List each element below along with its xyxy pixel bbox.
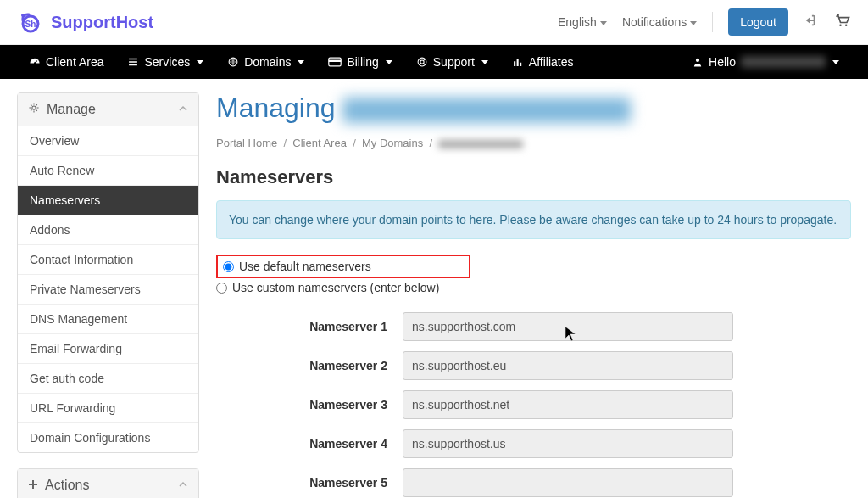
- breadcrumb-home[interactable]: Portal Home: [216, 137, 277, 149]
- svg-point-3: [839, 24, 842, 26]
- section-title: Nameservers: [216, 166, 851, 188]
- breadcrumb-domains[interactable]: My Domains: [362, 137, 423, 149]
- ns3-label: Nameserver 3: [216, 398, 403, 411]
- ns4-input[interactable]: [403, 429, 733, 458]
- main-layout: Manage Overview Auto Renew Nameservers A…: [0, 79, 868, 498]
- sidebar-item-addons[interactable]: Addons: [18, 215, 198, 245]
- nav-affiliates[interactable]: Affiliates: [500, 45, 586, 79]
- chevron-down-icon: [832, 60, 839, 64]
- main-navbar: Client Area Services Domains Billing Sup…: [0, 45, 868, 79]
- svg-point-4: [845, 24, 848, 26]
- language-toggle[interactable]: English: [558, 15, 607, 29]
- divider: [712, 12, 713, 32]
- nav-label: Domains: [244, 55, 291, 69]
- radio-default-label: Use default nameservers: [239, 260, 371, 273]
- ns1-label: Nameserver 1: [216, 320, 403, 333]
- chevron-up-icon: [178, 102, 188, 117]
- chevron-down-icon: [690, 21, 697, 25]
- brand-logo[interactable]: Sh SupportHost: [17, 8, 153, 36]
- sidebar-item-dns-mgmt[interactable]: DNS Management: [18, 305, 198, 334]
- ns5-row: Nameserver 5: [216, 468, 851, 497]
- username-redacted: [741, 56, 826, 68]
- title-prefix: Managing: [216, 92, 342, 123]
- chevron-down-icon: [600, 21, 607, 25]
- ns1-row: Nameserver 1: [216, 312, 851, 341]
- chevron-down-icon: [481, 60, 488, 64]
- ns1-input[interactable]: [403, 312, 733, 341]
- sidebar-item-private-ns[interactable]: Private Nameservers: [18, 275, 198, 305]
- manage-panel: Manage Overview Auto Renew Nameservers A…: [17, 92, 199, 453]
- gear-icon: [28, 102, 40, 117]
- ns4-label: Nameserver 4: [216, 437, 403, 450]
- radio-default-nameservers[interactable]: Use default nameservers: [216, 255, 470, 278]
- nav-user-menu[interactable]: Hello: [680, 55, 851, 69]
- ns3-input[interactable]: [403, 390, 733, 419]
- sidebar: Manage Overview Auto Renew Nameservers A…: [17, 92, 199, 498]
- sidebar-item-auto-renew[interactable]: Auto Renew: [18, 156, 198, 186]
- svg-point-1: [21, 14, 25, 17]
- dashboard-icon: [29, 56, 41, 68]
- nav-label: Billing: [347, 55, 378, 69]
- nav-label: Support: [433, 55, 475, 69]
- notifications-label: Notifications: [622, 15, 687, 29]
- top-header: Sh SupportHost English Notifications Log…: [0, 0, 868, 45]
- sidebar-item-overview[interactable]: Overview: [18, 126, 198, 156]
- ns5-input[interactable]: [403, 468, 733, 497]
- ns5-label: Nameserver 5: [216, 476, 403, 490]
- cart-icon[interactable]: [834, 12, 851, 33]
- chevron-down-icon: [197, 60, 203, 64]
- chart-bar-icon: [512, 56, 524, 68]
- page-title: Managing: [216, 92, 851, 124]
- ns4-row: Nameserver 4: [216, 429, 851, 458]
- plus-icon: [28, 478, 38, 493]
- language-label: English: [558, 15, 597, 29]
- user-icon: [692, 56, 704, 68]
- actions-panel-heading[interactable]: Actions: [18, 469, 198, 498]
- credit-card-icon: [328, 56, 342, 68]
- radio-default-input[interactable]: [223, 261, 234, 272]
- sidebar-item-domain-config[interactable]: Domain Configurations: [18, 423, 198, 452]
- nav-label: Affiliates: [529, 55, 574, 69]
- actions-title: Actions: [45, 478, 89, 493]
- svg-point-12: [696, 59, 699, 62]
- sidebar-item-email-fwd[interactable]: Email Forwarding: [18, 334, 198, 364]
- info-alert: You can change where your domain points …: [216, 200, 851, 239]
- nav-domains[interactable]: Domains: [215, 45, 316, 79]
- ns2-input[interactable]: [403, 351, 733, 380]
- nav-client-area[interactable]: Client Area: [17, 45, 115, 79]
- sidebar-item-contact-info[interactable]: Contact Information: [18, 245, 198, 275]
- manage-panel-heading[interactable]: Manage: [18, 93, 198, 126]
- svg-rect-9: [329, 60, 341, 62]
- sidebar-item-auth-code[interactable]: Get auth code: [18, 364, 198, 394]
- hello-label: Hello: [709, 55, 736, 69]
- list-icon: [127, 56, 139, 68]
- breadcrumb: Portal Home / Client Area / My Domains /: [216, 131, 851, 166]
- nav-billing[interactable]: Billing: [316, 45, 403, 79]
- ns2-row: Nameserver 2: [216, 351, 851, 380]
- chevron-down-icon: [386, 60, 392, 64]
- nameserver-choice: Use default nameservers Use custom names…: [216, 255, 851, 297]
- nameserver-form: Nameserver 1 Nameserver 2 Nameserver 3 N…: [216, 312, 851, 498]
- actions-panel: Actions Renew: [17, 468, 199, 498]
- domain-name-redacted: [342, 98, 631, 123]
- sidebar-item-url-fwd[interactable]: URL Forwarding: [18, 394, 198, 423]
- radio-custom-input[interactable]: [216, 283, 227, 294]
- ns3-row: Nameserver 3: [216, 390, 851, 419]
- breadcrumb-client[interactable]: Client Area: [292, 137, 347, 149]
- nav-services[interactable]: Services: [115, 45, 215, 79]
- signout-icon[interactable]: [804, 13, 819, 32]
- chevron-down-icon: [298, 60, 304, 64]
- logo-icon: Sh: [17, 8, 44, 36]
- sidebar-item-nameservers[interactable]: Nameservers: [18, 186, 198, 215]
- manage-title: Manage: [47, 102, 96, 117]
- chevron-up-icon: [178, 478, 188, 493]
- breadcrumb-current-redacted: [438, 140, 523, 148]
- notifications-toggle[interactable]: Notifications: [622, 15, 697, 29]
- nav-support[interactable]: Support: [404, 45, 500, 79]
- svg-text:Sh: Sh: [25, 20, 36, 29]
- top-right-controls: English Notifications Logout: [558, 8, 851, 36]
- radio-custom-nameservers[interactable]: Use custom nameservers (enter below): [216, 278, 851, 297]
- content-area: Managing Portal Home / Client Area / My …: [216, 92, 851, 498]
- life-ring-icon: [416, 56, 428, 68]
- logout-button[interactable]: Logout: [728, 8, 788, 36]
